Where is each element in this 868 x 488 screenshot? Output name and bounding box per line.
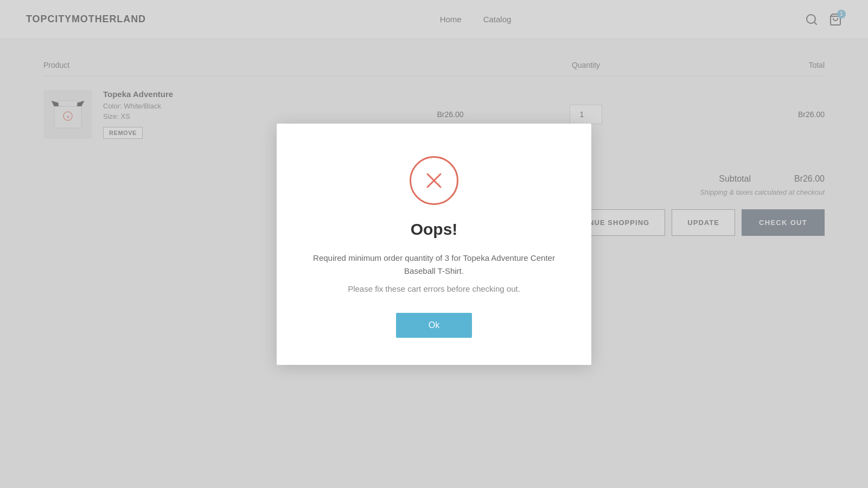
modal-ok-button[interactable]: Ok [396, 313, 472, 338]
modal-sub-message: Please fix these cart errors before chec… [309, 284, 559, 293]
error-icon-circle [410, 156, 458, 205]
modal-message: Required minimum order quantity of 3 for… [309, 252, 559, 278]
x-icon [422, 169, 446, 192]
modal-backdrop: Oops! Required minimum order quantity of… [0, 0, 868, 488]
error-modal: Oops! Required minimum order quantity of… [277, 124, 591, 365]
modal-title: Oops! [309, 220, 559, 239]
